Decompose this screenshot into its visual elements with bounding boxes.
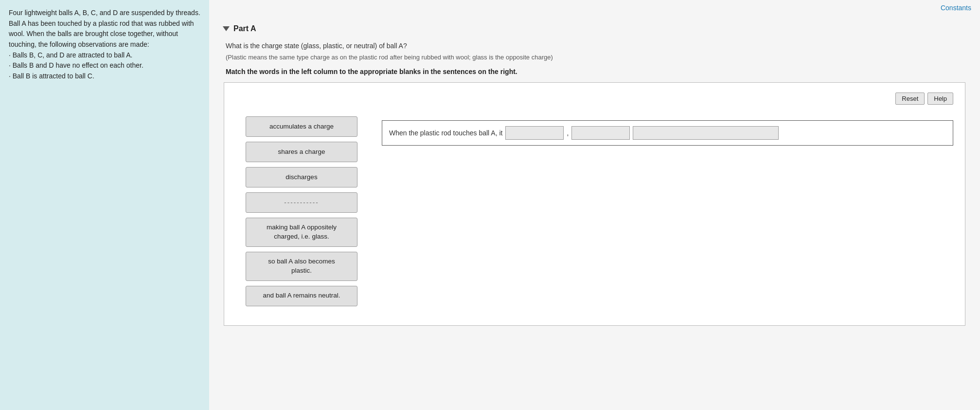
part-header: Part A [224, 24, 965, 33]
word-btn-and-ball[interactable]: and ball A remains neutral. [246, 286, 357, 306]
part-section: Part A What is the charge state (glass, … [209, 24, 980, 326]
constants-link[interactable]: Constants [941, 4, 971, 12]
word-btn-dashes[interactable]: ----------- [246, 192, 357, 213]
note-text: (Plastic means the same type charge as o… [224, 54, 965, 61]
drop-box-1[interactable] [505, 126, 564, 140]
reset-button[interactable]: Reset [895, 93, 925, 105]
word-bank: accumulates a charge shares a charge dis… [246, 116, 357, 306]
instruction-text: Match the words in the left column to th… [224, 68, 965, 75]
collapse-icon[interactable] [223, 26, 230, 31]
drop-box-3[interactable] [633, 126, 779, 140]
sentence-area: When the plastic rod touches ball A, it … [382, 116, 953, 146]
question-text: What is the charge state (glass, plastic… [224, 42, 965, 50]
sentence-prefix: When the plastic rod touches ball A, it [389, 129, 502, 137]
toolbar: Reset Help [236, 93, 953, 105]
right-panel: Constants Part A What is the charge stat… [209, 0, 980, 410]
scenario-text: Four lightweight balls A, B, C, and D ar… [9, 8, 200, 82]
word-btn-shares[interactable]: shares a charge [246, 142, 357, 162]
drag-area: accumulates a charge shares a charge dis… [236, 116, 953, 306]
word-btn-discharges[interactable]: discharges [246, 167, 357, 187]
word-btn-accumulates[interactable]: accumulates a charge [246, 116, 357, 137]
sentence-row: When the plastic rod touches ball A, it … [382, 120, 953, 146]
comma-separator: , [567, 129, 569, 137]
part-title: Part A [233, 24, 256, 33]
drop-box-2[interactable] [571, 126, 630, 140]
help-button[interactable]: Help [927, 93, 953, 105]
interaction-box: Reset Help accumulates a charge shares a… [224, 82, 965, 326]
left-panel: Four lightweight balls A, B, C, and D ar… [0, 0, 209, 410]
word-btn-so-ball[interactable]: so ball A also becomesplastic. [246, 252, 357, 281]
word-btn-making[interactable]: making ball A oppositelycharged, i.e. gl… [246, 218, 357, 247]
